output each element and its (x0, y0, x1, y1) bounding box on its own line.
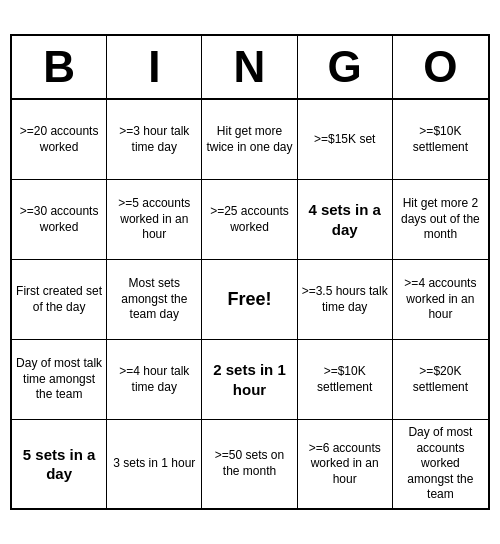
bingo-letter-i: I (107, 36, 202, 98)
bingo-card: BINGO >=20 accounts worked>=3 hour talk … (10, 34, 490, 510)
bingo-cell-3: >=$15K set (298, 100, 393, 180)
bingo-letter-b: B (12, 36, 107, 98)
bingo-cell-12: Free! (202, 260, 297, 340)
bingo-cell-7: >=25 accounts worked (202, 180, 297, 260)
bingo-cell-2: Hit get more twice in one day (202, 100, 297, 180)
bingo-cell-24: Day of most accounts worked amongst the … (393, 420, 488, 508)
bingo-cell-15: Day of most talk time amongst the team (12, 340, 107, 420)
bingo-cell-16: >=4 hour talk time day (107, 340, 202, 420)
bingo-grid: >=20 accounts worked>=3 hour talk time d… (12, 100, 488, 508)
bingo-cell-11: Most sets amongst the team day (107, 260, 202, 340)
bingo-cell-19: >=$20K settlement (393, 340, 488, 420)
bingo-cell-14: >=4 accounts worked in an hour (393, 260, 488, 340)
bingo-cell-6: >=5 accounts worked in an hour (107, 180, 202, 260)
bingo-cell-20: 5 sets in a day (12, 420, 107, 508)
bingo-header: BINGO (12, 36, 488, 100)
bingo-cell-23: >=6 accounts worked in an hour (298, 420, 393, 508)
bingo-cell-4: >=$10K settlement (393, 100, 488, 180)
bingo-letter-n: N (202, 36, 297, 98)
bingo-cell-10: First created set of the day (12, 260, 107, 340)
bingo-cell-22: >=50 sets on the month (202, 420, 297, 508)
bingo-cell-8: 4 sets in a day (298, 180, 393, 260)
bingo-cell-13: >=3.5 hours talk time day (298, 260, 393, 340)
bingo-cell-21: 3 sets in 1 hour (107, 420, 202, 508)
bingo-cell-18: >=$10K settlement (298, 340, 393, 420)
bingo-cell-9: Hit get more 2 days out of the month (393, 180, 488, 260)
bingo-letter-o: O (393, 36, 488, 98)
bingo-cell-0: >=20 accounts worked (12, 100, 107, 180)
bingo-cell-1: >=3 hour talk time day (107, 100, 202, 180)
bingo-cell-5: >=30 accounts worked (12, 180, 107, 260)
bingo-letter-g: G (298, 36, 393, 98)
bingo-cell-17: 2 sets in 1 hour (202, 340, 297, 420)
